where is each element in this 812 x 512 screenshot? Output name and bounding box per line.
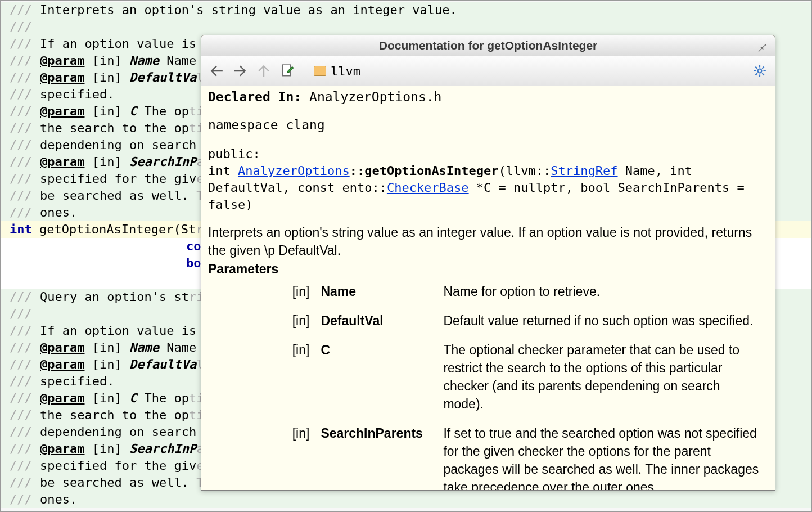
folder-icon: [314, 66, 326, 76]
svg-line-8: [755, 73, 757, 75]
documentation-popup: Documentation for getOptionAsInteger llv…: [201, 35, 775, 491]
up-button[interactable]: [254, 61, 273, 80]
code-line[interactable]: /// ones.: [1, 491, 811, 508]
param-description: Name for option to retrieve.: [437, 279, 768, 308]
declared-in-label: Declared In:: [208, 89, 301, 104]
param-description: If set to true and the searched option w…: [437, 421, 768, 491]
code-line[interactable]: /// Interprets an option's string value …: [1, 2, 811, 19]
param-row: [in]DefaultValDefault value returned if …: [208, 308, 768, 338]
settings-button[interactable]: [750, 61, 769, 80]
param-direction: [in]: [208, 421, 315, 491]
module-crumb[interactable]: llvm: [314, 64, 360, 78]
namespace-line: namespace clang: [208, 118, 768, 132]
svg-line-6: [755, 66, 757, 68]
parameters-heading: Parameters: [208, 262, 768, 277]
pin-icon[interactable]: [756, 38, 768, 59]
svg-point-1: [758, 69, 762, 73]
param-row: [in]SearchInParentsIf set to true and th…: [208, 421, 768, 491]
module-name: llvm: [331, 64, 360, 78]
type-link-checkerbase[interactable]: CheckerBase: [387, 181, 469, 195]
parameter-table: [in]NameName for option to retrieve.[in]…: [208, 279, 768, 491]
popup-titlebar[interactable]: Documentation for getOptionAsInteger: [201, 35, 775, 56]
param-name: DefaultVal: [315, 308, 437, 338]
param-description: The optional checker parameter that can …: [437, 338, 768, 421]
param-row: [in]NameName for option to retrieve.: [208, 279, 768, 308]
code-line[interactable]: ///: [1, 19, 811, 35]
svg-line-7: [762, 73, 764, 75]
back-button[interactable]: [207, 61, 226, 80]
declared-in-value: AnalyzerOptions.h: [309, 89, 441, 104]
signature: public: int AnalyzerOptions::getOptionAs…: [208, 146, 768, 213]
forward-button[interactable]: [231, 61, 250, 80]
param-row: [in]CThe optional checker parameter that…: [208, 338, 768, 421]
edit-source-button[interactable]: [278, 61, 297, 80]
type-link-analyzeroptions[interactable]: AnalyzerOptions: [238, 164, 350, 178]
param-name: Name: [315, 279, 437, 308]
param-direction: [in]: [208, 308, 315, 338]
param-name: SearchInParents: [315, 421, 437, 491]
svg-line-9: [762, 66, 764, 68]
popup-toolbar: llvm: [201, 56, 775, 86]
type-link-stringref[interactable]: StringRef: [551, 164, 617, 178]
function-name: getOptionAsInteger: [364, 164, 498, 178]
param-direction: [in]: [208, 279, 315, 308]
doc-description: Interprets an option's string value as a…: [208, 223, 768, 259]
param-description: Default value returned if no such option…: [437, 308, 768, 338]
popup-title: Documentation for getOptionAsInteger: [379, 39, 598, 52]
param-name: C: [315, 338, 437, 421]
doc-body: Declared In: AnalyzerOptions.h namespace…: [201, 86, 775, 491]
param-direction: [in]: [208, 338, 315, 421]
